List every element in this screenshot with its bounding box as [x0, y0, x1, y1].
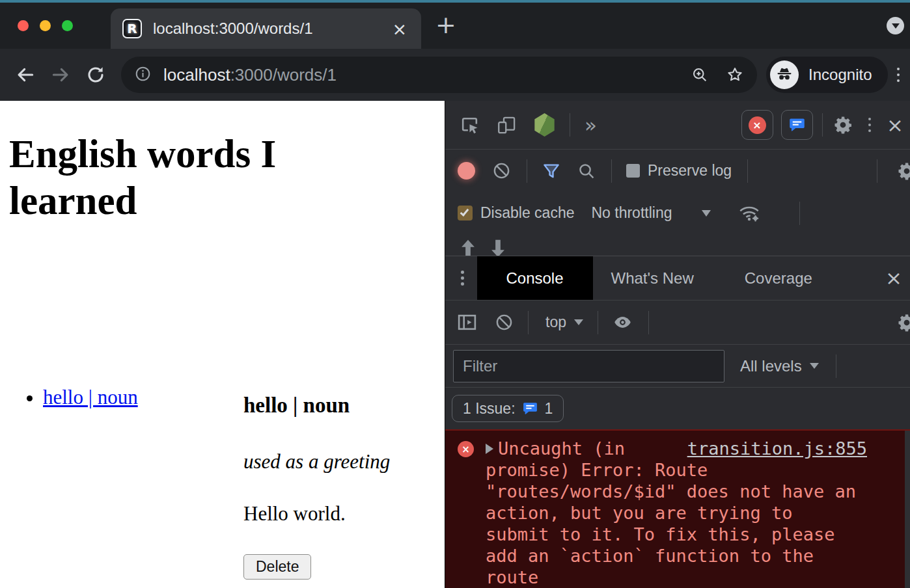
- devtools-panel: » × ×: [445, 101, 910, 588]
- page-heading: English words I learned: [9, 131, 374, 224]
- chevron-down-icon: [574, 319, 583, 325]
- devtools-close-icon[interactable]: ×: [887, 115, 903, 135]
- error-line: "routes/words/$id" does not have an: [486, 481, 910, 502]
- console-sidebar-icon[interactable]: [456, 312, 478, 333]
- drawer-menu-icon[interactable]: [458, 268, 467, 288]
- new-tab-button[interactable]: +: [435, 12, 456, 40]
- tab-console[interactable]: Console: [477, 256, 593, 300]
- live-expression-eye-icon[interactable]: [613, 312, 633, 332]
- devtools-settings-icon[interactable]: [833, 115, 853, 135]
- divider: [648, 311, 649, 334]
- console-error-message: × Uncaught (in transition.js:855 promise…: [445, 429, 910, 588]
- clear-network-icon[interactable]: [492, 161, 511, 180]
- incognito-badge: Incognito: [766, 57, 887, 93]
- preserve-log-label: Preserve log: [648, 162, 732, 180]
- incognito-label: Incognito: [808, 66, 872, 84]
- error-text: Uncaught (in transition.js:855 promise) …: [486, 431, 910, 588]
- delete-button[interactable]: Delete: [243, 554, 311, 580]
- clear-console-icon[interactable]: [495, 313, 514, 332]
- throttling-select[interactable]: No throttling: [591, 204, 672, 222]
- incognito-icon: [770, 60, 799, 89]
- chat-bubble-icon: [522, 401, 538, 417]
- browser-window: R localhost:3000/words/1 × + localhost:3…: [0, 0, 910, 588]
- browser-menu-icon[interactable]: [894, 65, 903, 85]
- zoom-icon[interactable]: [691, 66, 709, 84]
- remix-favicon-icon: R: [122, 19, 142, 38]
- web-page: English words I learned hello | noun hel…: [0, 101, 445, 588]
- har-import-export-row: [445, 234, 910, 256]
- network-options-row: Disable cache No throttling: [445, 192, 910, 234]
- issues-chat-button[interactable]: [781, 110, 813, 140]
- divider: [877, 159, 877, 183]
- close-window-button[interactable]: [18, 20, 29, 31]
- forward-button[interactable]: [50, 64, 71, 85]
- word-link[interactable]: hello | noun: [43, 386, 138, 408]
- back-button[interactable]: [15, 64, 36, 85]
- tab-close-icon[interactable]: ×: [389, 20, 409, 38]
- reload-button[interactable]: [85, 64, 106, 85]
- divider: [528, 311, 529, 334]
- nodejs-icon[interactable]: [534, 113, 555, 137]
- browser-tab[interactable]: R localhost:3000/words/1 ×: [111, 8, 421, 49]
- disable-cache-checkbox[interactable]: [458, 206, 473, 220]
- error-source-link[interactable]: transition.js:855: [687, 438, 867, 459]
- divider: [611, 159, 612, 183]
- record-network-icon[interactable]: [458, 162, 475, 180]
- word-list: hello | noun: [13, 386, 138, 409]
- search-icon[interactable]: [577, 161, 596, 180]
- filter-funnel-icon[interactable]: [542, 161, 561, 181]
- divider: [836, 354, 836, 378]
- devtools-main-toolbar: » × ×: [445, 101, 910, 150]
- address-bar[interactable]: localhost:3000/words/1: [121, 57, 757, 93]
- window-controls: [0, 20, 73, 31]
- expand-triangle-icon[interactable]: [486, 444, 493, 454]
- maximize-window-button[interactable]: [62, 20, 73, 31]
- bookmark-star-icon[interactable]: [726, 66, 744, 84]
- word-detail: hello | noun used as a greeting Hello wo…: [243, 394, 390, 580]
- drawer-close-icon[interactable]: ×: [885, 268, 902, 288]
- tab-title: localhost:3000/words/1: [153, 20, 389, 38]
- error-line: add an `action` function to the: [486, 545, 910, 567]
- error-badge-icon: ×: [749, 116, 766, 134]
- import-har-icon[interactable]: [461, 234, 475, 256]
- chevron-down-icon: [810, 363, 819, 369]
- issues-row: 1 Issue: 1: [445, 388, 910, 429]
- console-filter-input[interactable]: [453, 350, 724, 382]
- console-scrollbar[interactable]: [905, 431, 910, 588]
- word-title: hello | noun: [243, 394, 390, 418]
- chevron-down-icon: [892, 23, 900, 29]
- tab-search-button[interactable]: [887, 17, 904, 34]
- network-settings-icon[interactable]: [897, 161, 910, 181]
- context-selector[interactable]: top: [545, 314, 566, 331]
- export-har-icon[interactable]: [491, 234, 505, 256]
- word-example: Hello world.: [243, 502, 390, 526]
- tab-whats-new[interactable]: What's New: [593, 256, 712, 300]
- chevron-down-icon: [702, 210, 711, 217]
- minimize-window-button[interactable]: [40, 20, 51, 31]
- disable-cache-label: Disable cache: [480, 204, 574, 222]
- list-item: hello | noun: [43, 386, 138, 409]
- log-levels-select[interactable]: All levels: [740, 357, 802, 375]
- network-conditions-icon[interactable]: [738, 204, 760, 222]
- issues-count-value: 1: [545, 400, 553, 418]
- browser-toolbar: localhost:3000/words/1 Incognito: [0, 49, 910, 101]
- divider: [527, 159, 527, 183]
- divider: [570, 113, 570, 137]
- error-count-button[interactable]: ×: [741, 110, 773, 140]
- site-info-icon[interactable]: [134, 65, 152, 85]
- word-definition: used as a greeting: [243, 450, 390, 474]
- divider: [747, 159, 748, 183]
- issues-count-label: 1 Issue:: [463, 400, 516, 418]
- inspect-element-icon[interactable]: [460, 115, 480, 135]
- error-icon: ×: [458, 441, 474, 457]
- console-settings-icon[interactable]: [897, 313, 910, 332]
- preserve-log-checkbox[interactable]: [626, 164, 640, 178]
- divider: [822, 113, 823, 137]
- console-toolbar: top: [445, 301, 910, 345]
- error-line: promise) Error: Route: [486, 459, 910, 481]
- tab-coverage[interactable]: Coverage: [726, 256, 831, 300]
- devtools-menu-icon[interactable]: [866, 115, 874, 135]
- more-tabs-icon[interactable]: »: [585, 115, 597, 135]
- issues-button[interactable]: 1 Issue: 1: [452, 395, 564, 422]
- device-toolbar-icon[interactable]: [497, 115, 517, 135]
